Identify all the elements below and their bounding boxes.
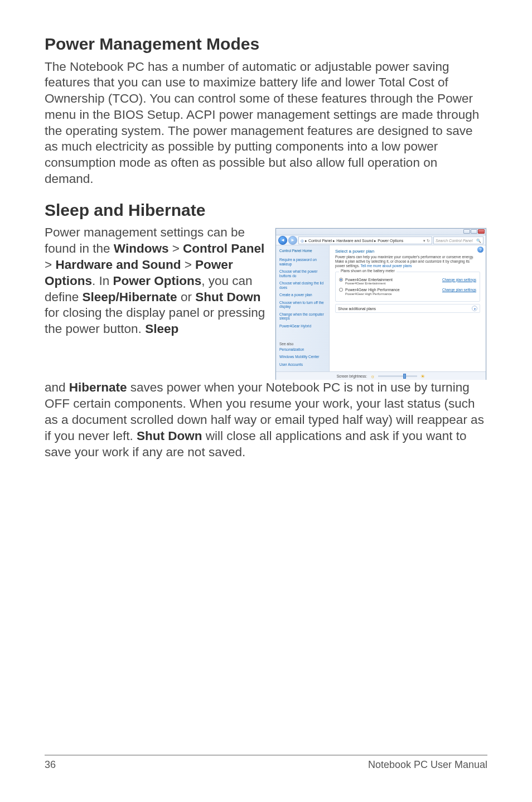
main-description: Power plans can help you maximize your c…	[335, 255, 480, 268]
bold-windows: Windows	[114, 241, 169, 255]
plans-groupbox: Plans shown on the battery meter Power4G…	[335, 272, 480, 302]
heading-sleep-hibernate: Sleep and Hibernate	[45, 200, 487, 221]
refresh-icon[interactable]: ▾ ↻	[423, 237, 430, 244]
bold-sleep-hibernate: Sleep/Hibernate	[83, 290, 177, 304]
bold-hibernate: Hibernate	[69, 380, 127, 394]
screenshot-power-options: ◄ ► ◎ ▸ Control Panel ▸ Hardware and Sou…	[275, 228, 486, 380]
slider-thumb[interactable]	[403, 374, 406, 379]
sidebar-item-power4gear[interactable]: Power4Gear Hybrid	[279, 324, 326, 328]
page-footer: 36 Notebook PC User Manual	[45, 755, 487, 771]
breadcrumb[interactable]: ◎ ▸ Control Panel ▸ Hardware and Sound ▸…	[298, 236, 432, 244]
search-input[interactable]: Search Control Panel 🔍	[433, 236, 483, 244]
back-button[interactable]: ◄	[278, 236, 287, 245]
bold-shut-down-2: Shut Down	[137, 429, 202, 443]
control-panel-icon: ◎	[301, 239, 304, 243]
plan-entertainment[interactable]: Power4Gear Entertainment Power4Gear Ente…	[339, 278, 476, 286]
document-page: Power Management Modes The Notebook PC h…	[0, 0, 532, 802]
paragraph-power-management: The Notebook PC has a number of automati…	[45, 59, 487, 187]
explorer-navbar: ◄ ► ◎ ▸ Control Panel ▸ Hardware and Sou…	[276, 235, 486, 245]
section-sleep-hibernate: Sleep and Hibernate Power management set…	[45, 200, 487, 460]
plan-entertainment-name: Power4Gear Entertainment	[345, 278, 393, 282]
sun-bright-icon: ☀	[420, 374, 425, 379]
text-run: >	[45, 258, 55, 272]
groupbox-legend: Plans shown on the battery meter	[339, 269, 396, 273]
text-run: >	[168, 241, 183, 255]
see-also-label: See also	[279, 342, 326, 346]
forward-button[interactable]: ►	[288, 236, 297, 245]
help-icon[interactable]: ?	[477, 247, 483, 253]
breadcrumb-text: ▸ Control Panel ▸ Hardware and Sound ▸ P…	[305, 239, 403, 243]
maximize-button[interactable]	[471, 229, 477, 234]
minimize-button[interactable]	[463, 229, 470, 234]
show-additional-plans[interactable]: Show additional plans ▾	[335, 304, 480, 313]
brightness-slider[interactable]	[378, 375, 417, 377]
text-run: . In	[92, 274, 113, 288]
plan-high-performance[interactable]: Power4Gear High Performance Power4Gear H…	[339, 288, 476, 296]
chevron-down-icon: ▾	[472, 306, 477, 311]
search-placeholder: Search Control Panel	[436, 239, 473, 243]
sidebar-item-computer-sleeps[interactable]: Change when the computer sleeps	[279, 312, 326, 321]
page-number: 36	[45, 759, 56, 771]
bold-power-options-2: Power Options	[113, 274, 202, 288]
show-additional-label: Show additional plans	[338, 307, 376, 311]
sidebar-item-require-password[interactable]: Require a password on wakeup	[279, 258, 326, 266]
manual-title: Notebook PC User Manual	[368, 759, 487, 771]
link-change-plan-2[interactable]: Change plan settings	[442, 288, 476, 292]
bold-control-panel: Control Panel	[183, 241, 264, 255]
text-run: or	[177, 290, 196, 304]
bold-shut-down: Shut Down	[195, 290, 260, 304]
plan-highperf-name: Power4Gear High Performance	[345, 288, 400, 292]
sidebar-item-create-plan[interactable]: Create a power plan	[279, 293, 326, 297]
see-also-mobility-center[interactable]: Windows Mobility Center	[279, 355, 326, 359]
radio-entertainment[interactable]	[339, 278, 343, 282]
brightness-label: Screen brightness:	[337, 374, 367, 378]
paragraph-sleep-cont: and Hibernate saves power when your Note…	[45, 380, 487, 460]
see-also-user-accounts[interactable]: User Accounts	[279, 363, 326, 366]
sidebar-item-closing-lid[interactable]: Choose what closing the lid does	[279, 281, 326, 289]
search-icon: 🔍	[476, 237, 481, 244]
bold-sleep: Sleep	[145, 322, 178, 336]
see-also-personalization[interactable]: Personalization	[279, 347, 326, 351]
paragraph-sleep-left: Power management settings can be found i…	[45, 225, 269, 337]
main-pane: ? Select a power plan Power plans can he…	[330, 245, 486, 371]
window-titlebar	[276, 229, 486, 235]
main-title: Select a power plan	[335, 249, 480, 254]
sidebar-item-turn-off-display[interactable]: Choose when to turn off the display	[279, 301, 326, 309]
sun-dim-icon: ☼	[370, 374, 375, 379]
heading-power-management: Power Management Modes	[45, 33, 487, 55]
text-run: >	[181, 258, 195, 272]
sidebar-item-power-buttons[interactable]: Choose what the power buttons do	[279, 269, 326, 278]
close-button[interactable]	[478, 229, 485, 234]
link-change-plan-1[interactable]: Change plan settings	[442, 278, 476, 282]
text-run: and	[45, 380, 69, 394]
sidebar-home-link[interactable]: Control Panel Home	[279, 249, 326, 253]
plan-entertainment-sub: Power4Gear Entertainment	[345, 282, 393, 286]
plan-highperf-sub: Power4Gear High Performance	[345, 292, 400, 296]
brightness-bar: Screen brightness: ☼ ☀	[276, 371, 486, 380]
radio-high-performance[interactable]	[339, 288, 343, 292]
bold-hardware-and-sound: Hardware and Sound	[55, 258, 181, 272]
sidebar: Control Panel Home Require a password on…	[276, 245, 330, 371]
link-tell-me-more[interactable]: Tell me more about power plans	[360, 264, 412, 268]
